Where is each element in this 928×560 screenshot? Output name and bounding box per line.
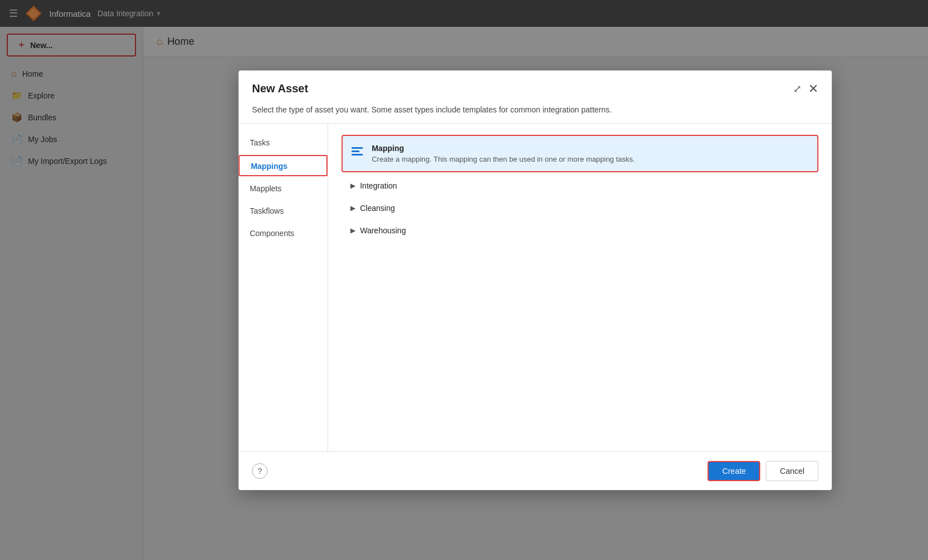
modal-subtitle: Select the type of asset you want. Some … bbox=[238, 105, 832, 123]
modal-title: New Asset bbox=[252, 82, 308, 95]
new-asset-modal: New Asset ⤢ ✕ Select the type of asset y… bbox=[238, 70, 832, 490]
modal-nav-tasks[interactable]: Tasks bbox=[238, 133, 327, 153]
help-icon: ? bbox=[257, 467, 262, 476]
modal-footer: ? Create Cancel bbox=[238, 451, 832, 490]
footer-actions: Create Cancel bbox=[708, 461, 819, 481]
warehousing-arrow-icon: ▶ bbox=[350, 227, 355, 234]
modal-body: Tasks Mappings Mapplets Taskflows Compon… bbox=[238, 123, 832, 451]
section-cleansing[interactable]: ▶ Cleansing bbox=[341, 197, 818, 219]
integration-label: Integration bbox=[360, 181, 397, 190]
modal-close-button[interactable]: ✕ bbox=[808, 82, 818, 96]
modal-nav-mappings[interactable]: Mappings bbox=[238, 155, 327, 176]
cleansing-label: Cleansing bbox=[360, 204, 395, 213]
mapping-item-text: Mapping Create a mapping. This mapping c… bbox=[372, 144, 808, 163]
mapping-item-desc: Create a mapping. This mapping can then … bbox=[372, 155, 808, 163]
mapping-item-name: Mapping bbox=[372, 144, 808, 153]
modal-expand-button[interactable]: ⤢ bbox=[793, 83, 802, 95]
modal-content-area: Mapping Create a mapping. This mapping c… bbox=[328, 124, 832, 451]
cancel-button[interactable]: Cancel bbox=[766, 461, 819, 481]
warehousing-label: Warehousing bbox=[360, 226, 406, 235]
help-button[interactable]: ? bbox=[252, 463, 268, 479]
section-integration[interactable]: ▶ Integration bbox=[341, 175, 818, 197]
asset-item-mapping[interactable]: Mapping Create a mapping. This mapping c… bbox=[341, 135, 818, 172]
expand-icon: ⤢ bbox=[793, 83, 802, 95]
create-button[interactable]: Create bbox=[708, 461, 761, 481]
modal-nav-components[interactable]: Components bbox=[238, 223, 327, 243]
mapping-icon bbox=[351, 145, 365, 158]
modal-header: New Asset ⤢ ✕ bbox=[238, 70, 832, 105]
close-icon: ✕ bbox=[808, 82, 818, 96]
section-warehousing[interactable]: ▶ Warehousing bbox=[341, 219, 818, 242]
modal-header-actions: ⤢ ✕ bbox=[793, 82, 818, 96]
modal-nav-taskflows[interactable]: Taskflows bbox=[238, 201, 327, 221]
modal-nav-mapplets[interactable]: Mapplets bbox=[238, 178, 327, 199]
modal-nav: Tasks Mappings Mapplets Taskflows Compon… bbox=[238, 124, 328, 451]
cleansing-arrow-icon: ▶ bbox=[350, 204, 355, 212]
integration-arrow-icon: ▶ bbox=[350, 182, 355, 190]
